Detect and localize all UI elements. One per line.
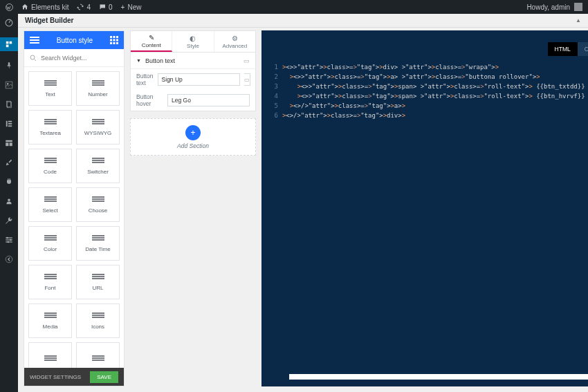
tab-advanced[interactable]: ⚙Advanced xyxy=(214,31,255,52)
rail-media-icon[interactable] xyxy=(4,80,14,90)
widget-tile-code[interactable]: Code xyxy=(28,149,72,183)
add-section-area[interactable]: + Add Section xyxy=(130,118,256,156)
search-input[interactable] xyxy=(41,55,118,62)
wp-admin-menu xyxy=(0,14,18,392)
collapse-panel-icon[interactable]: ▲ xyxy=(576,17,581,24)
svg-rect-30 xyxy=(113,39,116,41)
code-editor[interactable]: ><>>"attr">>class>=>"tag">>div> >"attr">… xyxy=(282,61,588,386)
widget-tile-icon xyxy=(92,274,104,282)
widget-tile-icon xyxy=(92,312,104,321)
tab-icon: ✎ xyxy=(149,34,154,41)
setting-label: Button text xyxy=(136,73,154,86)
user-avatar[interactable] xyxy=(574,3,582,11)
rail-plugins-icon[interactable] xyxy=(4,177,14,187)
widget-tile-label: Textarea xyxy=(39,130,61,136)
widget-tile-media[interactable]: Media xyxy=(28,304,72,338)
widget-tile[interactable] xyxy=(76,342,120,368)
widget-tile-label: Font xyxy=(44,285,55,291)
rail-appearance-icon[interactable] xyxy=(4,158,14,167)
settings-panel: ✎Content◐Style⚙Advanced ▼ Button text ▭ … xyxy=(130,30,256,386)
widget-tile-icon xyxy=(44,274,57,282)
rail-dashboard-icon[interactable] xyxy=(4,18,14,28)
widget-settings-label[interactable]: WIDGET SETTINGS xyxy=(30,374,90,380)
save-button[interactable]: SAVE xyxy=(90,371,118,383)
tab-label: Style xyxy=(187,43,199,49)
dynamic-tag-icon[interactable]: ▭ xyxy=(244,73,250,86)
tab-content[interactable]: ✎Content xyxy=(131,31,172,52)
widget-tile-wysiwyg[interactable]: WYSIWYG xyxy=(76,110,120,144)
section-handle-icon[interactable]: ▭ xyxy=(244,57,250,64)
howdy-text[interactable]: Howdy, admin xyxy=(526,3,570,11)
widget-tile-icon xyxy=(44,158,57,166)
widget-tile-icon xyxy=(92,119,104,127)
rail-tools-icon[interactable] xyxy=(4,216,14,225)
new-link[interactable]: + New xyxy=(121,3,142,11)
grid-view-icon[interactable] xyxy=(110,36,118,44)
section-header[interactable]: ▼ Button text ▭ xyxy=(131,53,255,69)
widget-tile-label: Select xyxy=(42,207,57,214)
wp-admin-bar: Elements kit 4 0 + New Howdy, admin xyxy=(0,0,588,14)
widget-tile-number[interactable]: Number xyxy=(76,71,120,106)
hamburger-icon[interactable] xyxy=(30,37,39,44)
svg-rect-4 xyxy=(6,45,9,48)
rail-pin-icon[interactable] xyxy=(4,61,14,71)
add-section-label: Add Section xyxy=(177,142,209,149)
section-title: Button text xyxy=(145,57,175,64)
rail-users-icon[interactable] xyxy=(4,196,14,206)
comments-link[interactable]: 0 xyxy=(99,3,113,11)
new-label: New xyxy=(127,3,141,11)
rail-kit-icon[interactable] xyxy=(0,37,18,51)
code-tab-css[interactable]: CSS xyxy=(578,42,588,56)
site-name-link[interactable]: Elements kit xyxy=(21,3,68,11)
tab-style[interactable]: ◐Style xyxy=(172,31,214,52)
rail-settings-icon[interactable] xyxy=(4,235,14,245)
widget-tile-icon xyxy=(92,80,104,88)
setting-input[interactable] xyxy=(167,94,250,106)
widget-tile-label: Media xyxy=(43,324,58,330)
updates-link[interactable]: 4 xyxy=(77,3,91,11)
horizontal-scrollbar[interactable] xyxy=(289,374,588,380)
widget-tile-icons[interactable]: Icons xyxy=(76,304,120,338)
code-preview-panel: HTMLCSSJavaScriptCSS/JS Includes 123456 … xyxy=(261,30,588,386)
tab-label: Content xyxy=(142,42,161,48)
widget-tile-switcher[interactable]: Switcher xyxy=(76,149,120,183)
line-gutter: 123456 xyxy=(268,61,282,386)
widget-tile-label: Icons xyxy=(91,324,104,330)
svg-rect-12 xyxy=(6,140,12,142)
svg-rect-14 xyxy=(10,142,12,146)
widget-tile-label: Text xyxy=(45,91,55,97)
svg-rect-10 xyxy=(8,123,12,124)
add-section-button[interactable]: + xyxy=(185,125,201,140)
widget-tile-text[interactable]: Text xyxy=(28,71,72,106)
widget-grid: TextNumberTextareaWYSIWYGCodeSwitcherSel… xyxy=(24,67,124,368)
widget-tile-label: Color xyxy=(44,246,57,252)
widget-tile[interactable] xyxy=(28,342,72,368)
widget-tile-label: Date Time xyxy=(85,246,110,252)
tab-label: Advanced xyxy=(223,43,248,49)
rail-elementor-icon[interactable] xyxy=(4,119,14,129)
code-tab-html[interactable]: HTML xyxy=(548,42,578,56)
page-title-bar: Widget Builder ▲ xyxy=(18,14,588,28)
search-icon xyxy=(30,55,37,62)
widget-tile-icon xyxy=(92,196,104,205)
widget-tile-select[interactable]: Select xyxy=(28,187,72,222)
widget-tile-textarea[interactable]: Textarea xyxy=(28,110,72,144)
rail-templates-icon[interactable] xyxy=(4,138,14,148)
widget-tile-label: Switcher xyxy=(87,169,109,175)
widget-tile-url[interactable]: URL xyxy=(76,265,120,299)
site-name: Elements kit xyxy=(31,3,68,11)
widget-tile-date-time[interactable]: Date Time xyxy=(76,226,120,261)
widget-tile-choose[interactable]: Choose xyxy=(76,187,120,222)
tab-icon: ◐ xyxy=(190,35,196,42)
widget-tile-color[interactable]: Color xyxy=(28,226,72,261)
widget-tile-icon xyxy=(92,235,104,243)
setting-label: Button hover xyxy=(136,93,163,107)
wp-logo[interactable] xyxy=(6,3,13,11)
rail-collapse-icon[interactable] xyxy=(4,254,14,264)
svg-rect-26 xyxy=(110,36,112,38)
rail-pages-icon[interactable] xyxy=(4,100,14,109)
setting-input[interactable] xyxy=(158,73,240,86)
widget-tile-label: WYSIWYG xyxy=(84,130,112,136)
widget-tile-font[interactable]: Font xyxy=(28,265,72,299)
code-tabs: HTMLCSSJavaScriptCSS/JS Includes xyxy=(261,40,588,58)
